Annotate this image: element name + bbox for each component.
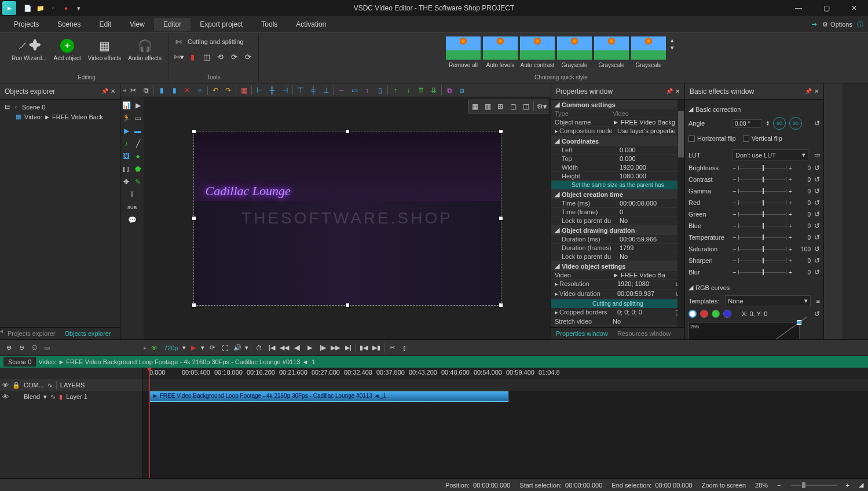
reset-icon[interactable]: ↺ <box>814 175 820 184</box>
play-button[interactable]: ▶ <box>305 343 315 353</box>
canvas-guides-icon[interactable]: ▢ <box>508 101 518 112</box>
zoom-in-icon[interactable]: + <box>846 482 849 489</box>
tab-resources[interactable]: Resources window <box>613 328 675 339</box>
reset-icon[interactable]: ↺ <box>814 257 820 265</box>
slider-8[interactable]: −+ <box>733 257 792 264</box>
timeline-ruler[interactable]: 0.00000:05.40000:10.80000:16.20000:21.60… <box>142 368 868 379</box>
cut-tool-icon[interactable]: ✄▾ <box>174 52 184 62</box>
delete-icon[interactable]: ✕ <box>182 85 192 96</box>
rectangle-icon[interactable]: ▭ <box>132 112 144 124</box>
canvas-grid-icon[interactable]: ⊞ <box>495 101 506 112</box>
expand-icon[interactable]: ◢ <box>859 481 863 489</box>
app-logo[interactable] <box>2 1 16 15</box>
blend-label[interactable]: Blend <box>24 393 40 400</box>
reset-icon[interactable]: ↺ <box>814 187 820 195</box>
templates-dropdown[interactable]: None▾ <box>725 295 810 306</box>
zoom-slider[interactable] <box>790 485 837 486</box>
split-icon[interactable]: ⫿ <box>400 343 410 353</box>
tab-objects-explorer[interactable]: Objects explorer <box>60 328 116 339</box>
close-button[interactable]: ✕ <box>843 1 866 15</box>
style-thumb-1[interactable] <box>483 36 518 60</box>
menu-activation[interactable]: Activation <box>287 18 335 31</box>
reset-icon[interactable]: ↺ <box>814 233 820 241</box>
clock-icon[interactable]: ⏱ <box>254 343 264 353</box>
reset-icon[interactable]: ↺ <box>814 310 820 318</box>
playhead[interactable] <box>149 368 150 478</box>
reset-icon[interactable]: ↺ <box>814 222 820 230</box>
style-more-button[interactable]: ▴▾ <box>668 36 676 52</box>
reset-icon[interactable]: ↺ <box>814 245 820 253</box>
scene-tab[interactable]: Scene 0 <box>3 357 36 367</box>
pin-icon[interactable]: 📌 <box>101 88 108 94</box>
slider-4[interactable]: −+ <box>733 211 792 218</box>
rotate-90-ccw-button[interactable]: 90 <box>773 117 786 130</box>
dock-arrow-icon[interactable]: ⮕ <box>811 21 818 28</box>
same-size-button[interactable]: Set the same size as the parent has <box>551 181 684 189</box>
scrollbar[interactable] <box>677 100 684 327</box>
qat-dropdown-icon[interactable]: ▾ <box>74 3 83 13</box>
curve-point-end[interactable] <box>797 320 801 325</box>
spectrum-icon[interactable]: ⫿⫿ <box>120 163 132 175</box>
step-forward-icon[interactable]: |▶ <box>317 343 328 353</box>
section-drawing[interactable]: ◢Object drawing duration <box>551 225 684 235</box>
cut-icon[interactable]: ✂ <box>387 343 397 353</box>
pin-icon[interactable]: 📌 <box>805 88 812 94</box>
lock1-value[interactable]: No <box>620 217 681 224</box>
image-icon[interactable]: 🖼 <box>120 151 132 162</box>
resize-handle-br[interactable] <box>499 303 503 307</box>
crop-tool-icon[interactable]: ◫ <box>202 52 212 62</box>
rotate-90-cw-button[interactable]: 90 <box>789 117 802 130</box>
left-value[interactable]: 0.000 <box>620 146 681 153</box>
rect-solid-icon[interactable]: ▬ <box>132 125 144 137</box>
run-wizard-button[interactable]: ⟋✦ Run Wizard... <box>9 36 49 63</box>
pin-icon[interactable]: 📌 <box>666 88 673 94</box>
slider-5[interactable]: −+ <box>733 222 792 229</box>
resize-handle-tm[interactable] <box>345 129 350 134</box>
layer-name[interactable]: Layer 1 <box>66 393 87 400</box>
tree-video-item[interactable]: ▦ Video: ► FREE Video Back <box>14 112 118 122</box>
dist-v2-icon[interactable]: ▯ <box>375 85 385 96</box>
zoom-in-icon[interactable]: ⊕ <box>3 343 14 353</box>
resize-handle-tl[interactable] <box>192 129 196 134</box>
minimize-button[interactable]: — <box>787 1 810 15</box>
paste2-icon[interactable]: ▮ <box>169 85 180 96</box>
rgb-green-button[interactable] <box>712 310 720 318</box>
maximize-button[interactable]: ▢ <box>815 1 838 15</box>
section-creation[interactable]: ◢Object creation time <box>551 189 684 199</box>
close-panel-icon[interactable]: ✕ <box>111 88 115 94</box>
move-down-icon[interactable]: ↓ <box>403 85 413 96</box>
lock-icon[interactable]: 🔒 <box>12 382 20 389</box>
rotate-right-icon[interactable]: ⟳ <box>229 52 240 62</box>
section-video-settings[interactable]: ◢Video object settings <box>551 261 684 271</box>
canvas-tool1-icon[interactable]: ▦ <box>470 101 480 112</box>
canvas-settings-icon[interactable]: ⚙▾ <box>536 101 547 112</box>
resize-handle-ml[interactable] <box>192 216 196 221</box>
canvas-crop-icon[interactable]: ◫ <box>521 101 531 112</box>
slider-1[interactable]: −+ <box>733 176 792 183</box>
section-rgb-curves[interactable]: ◢RGB curves <box>688 281 820 294</box>
lock2-value[interactable]: No <box>620 253 681 260</box>
minimized-panel[interactable] <box>824 83 843 339</box>
time-frame-value[interactable]: 0 <box>620 208 681 215</box>
menu-projects[interactable]: Projects <box>5 18 48 31</box>
split-tool-icon[interactable]: ▮ <box>188 52 198 62</box>
play-icon[interactable]: ▶ <box>188 343 199 353</box>
chart-icon[interactable]: 📊 <box>120 100 132 111</box>
ellipse-icon[interactable]: ● <box>132 151 144 162</box>
tab-properties[interactable]: Properties window <box>551 328 613 339</box>
info-icon[interactable]: ⓘ <box>857 20 863 29</box>
move-bottom-icon[interactable]: ⇊ <box>428 85 439 96</box>
close-panel-icon[interactable]: ✕ <box>814 88 819 94</box>
video-value[interactable]: ► FREE Video Ba <box>613 272 681 279</box>
tab-nav-right-icon[interactable]: ▸ <box>144 345 147 351</box>
collapse-icon[interactable]: ⊟ <box>3 103 10 111</box>
canvas-tool2-icon[interactable]: ▥ <box>482 101 493 112</box>
stretch-value[interactable]: No <box>613 318 681 325</box>
layer-row[interactable]: 👁 Blend▾ ∿ ▮ Layer 1 <box>0 391 142 402</box>
resize-handle-bm[interactable] <box>345 303 350 307</box>
rgb-white-button[interactable] <box>688 310 697 318</box>
align-center-h-icon[interactable]: ╫ <box>267 85 277 96</box>
audio-effects-button[interactable]: 🎧 Audio effects <box>126 36 164 63</box>
width-value[interactable]: 1920.000 <box>620 164 681 171</box>
eye-icon[interactable]: 👁 <box>2 382 9 389</box>
